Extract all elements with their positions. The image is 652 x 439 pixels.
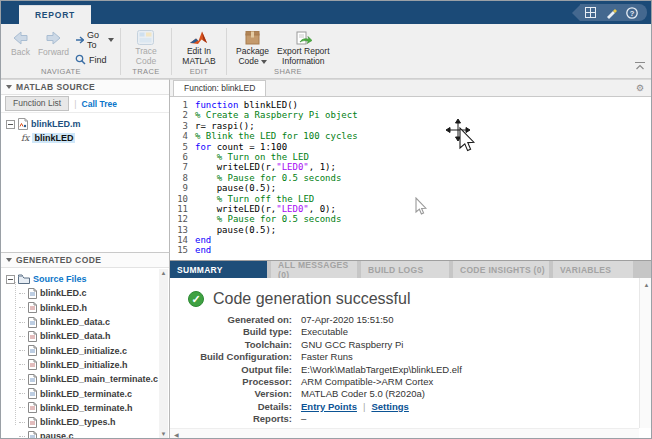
scroll-down-icon[interactable]: ▼ [161, 431, 167, 437]
code-line-text: % Turn on the LED [195, 152, 309, 162]
detail-value: 07-Apr-2020 15:51:50 [301, 314, 393, 326]
tree-connector [19, 307, 25, 308]
tab-report[interactable]: REPORT [19, 5, 91, 24]
tree-item-blinkled-m[interactable]: blinkLED.m [6, 117, 169, 131]
tree-connector [19, 379, 25, 380]
code-line: 9 pause(0.5); [170, 183, 652, 193]
svg-text:?: ? [630, 8, 635, 17]
generated-files-scrollbar[interactable]: ▲ ▼ [159, 269, 168, 438]
code-editor[interactable]: 1function blinkLED()2% Create a Raspberr… [170, 97, 652, 256]
code-line: 14end [170, 235, 652, 245]
tree-expander-icon[interactable] [6, 120, 15, 129]
report-tab-summary[interactable]: SUMMARY [170, 261, 267, 278]
generated-file-item[interactable]: blinkLED.c [19, 286, 169, 300]
generated-file-item[interactable]: blinkLED_initialize.h [19, 358, 169, 372]
detail-value: GNU GCC Raspberry Pi [301, 339, 403, 351]
generated-file-item[interactable]: blinkLED_terminate.c [19, 386, 169, 400]
summary-detail-row: Build Configuration:Faster Runs [170, 351, 652, 363]
generated-file-item[interactable]: pause.c [19, 429, 169, 439]
generated-file-item[interactable]: blinkLED_data.c [19, 315, 169, 329]
code-line-number: 15 [170, 245, 188, 255]
generated-file-item[interactable]: blinkLED_main_terminate.c [19, 372, 169, 386]
scroll-up-icon[interactable]: ▲ [161, 270, 167, 276]
code-line-text: % Create a Raspberry Pi object [195, 110, 358, 120]
code-line-number: 13 [170, 225, 188, 235]
tab-call-tree[interactable]: Call Tree [82, 99, 117, 109]
scroll-left-icon[interactable]: ◀ [174, 432, 179, 438]
detail-label: Processor: [170, 376, 292, 388]
summary-detail-row: Toolchain:GNU GCC Raspberry Pi [170, 339, 652, 351]
tree-item-label-selected: blinkLED [32, 133, 75, 143]
package-code-label: Package Code [236, 47, 269, 66]
generated-file-item[interactable]: blinkLED_initialize.c [19, 343, 169, 357]
generated-file-item[interactable]: blinkLED.h [19, 301, 169, 315]
generated-files-tree: Source Files blinkLED.cblinkLED.hblinkLE… [1, 268, 169, 439]
report-tab-variables[interactable]: VARIABLES [553, 261, 633, 278]
back-button[interactable]: Back [7, 28, 34, 60]
collapse-left-icon[interactable] [572, 5, 580, 21]
goto-button[interactable]: Go To [75, 30, 114, 50]
source-view-tabs: Function List | Call Tree [1, 95, 169, 113]
file-page-icon [28, 288, 37, 299]
detail-label: Reports: [170, 413, 292, 425]
matlab-logo-icon [189, 30, 208, 45]
trace-code-button[interactable]: Trace Code [131, 28, 160, 68]
code-line: 11 writeLED(r,"LED0", 0); [170, 204, 652, 214]
trace-code-label: Trace Code [135, 47, 156, 66]
summary-hscrollbar[interactable]: ◀ [170, 428, 639, 439]
help-icon[interactable]: ? [626, 7, 638, 19]
edit-in-matlab-button[interactable]: Edit In MATLAB [178, 28, 219, 68]
tab-function-blinkled[interactable]: Function: blinkLED [173, 80, 266, 96]
tab-function-list[interactable]: Function List [5, 96, 69, 111]
generated-file-item[interactable]: blinkLED_data.h [19, 329, 169, 343]
forward-label: Forward [38, 48, 69, 58]
annotate-icon[interactable] [605, 7, 617, 19]
matlab-source-header[interactable]: MATLAB SOURCE [1, 80, 169, 95]
tree-item-label: Source Files [33, 274, 87, 284]
code-line-number: 4 [170, 131, 188, 141]
gear-icon[interactable]: ⚙ [636, 83, 644, 93]
code-line: 10 % Turn off the LED [170, 194, 652, 204]
report-tab-all-messages[interactable]: ALL MESSAGES (0) [271, 261, 357, 278]
export-report-button[interactable]: Export Report Information [273, 28, 333, 68]
code-line-number: 8 [170, 173, 188, 183]
detail-label: Version: [170, 388, 292, 400]
code-line: 3r= raspi(); [170, 121, 652, 131]
code-tabbar: Function: blinkLED ⚙ [170, 80, 652, 97]
caret-down-icon [261, 60, 267, 64]
detail-link-settings[interactable]: Settings [371, 401, 408, 413]
find-button[interactable]: Find [75, 54, 114, 65]
layout-grid-icon[interactable] [584, 7, 596, 19]
summary-detail-row: Output file:E:\Work\MatlabTargetExp\blin… [170, 364, 652, 376]
report-tab-code-insights[interactable]: CODE INSIGHTS (0) [453, 261, 549, 278]
trace-code-icon [137, 30, 154, 45]
summary-vscrollbar[interactable]: ▲ [639, 278, 652, 428]
generated-file-item[interactable]: blinkLED_types.h [19, 415, 169, 429]
tree-guide-line [15, 282, 16, 425]
status-message: Code generation successful [213, 290, 410, 308]
file-name: blinkLED_initialize.c [40, 346, 127, 356]
section-label-trace: TRACE [122, 67, 170, 76]
matlab-source-title: MATLAB SOURCE [16, 82, 95, 92]
tree-item-source-files[interactable]: Source Files [6, 272, 169, 286]
forward-arrow-icon [45, 30, 63, 46]
tree-item-blinkled-fn[interactable]: fx blinkLED [21, 131, 169, 145]
collapse-ribbon-icon[interactable] [634, 56, 646, 74]
caret-down-icon [108, 38, 114, 42]
detail-link-entry-points[interactable]: Entry Points [301, 401, 357, 413]
report-tab-build-logs[interactable]: BUILD LOGS [361, 261, 449, 278]
detail-value: MATLAB Coder 5.0 (R2020a) [301, 388, 425, 400]
generated-file-item[interactable]: blinkLED_terminate.h [19, 401, 169, 415]
code-line: 15end [170, 245, 652, 255]
ribbon-toolbar: Back Forward Go To Find [1, 24, 652, 79]
scroll-up-icon[interactable]: ▲ [640, 282, 652, 288]
export-report-label: Export Report Information [277, 47, 329, 66]
tree-expander-icon[interactable] [6, 275, 15, 284]
file-page-icon [28, 345, 37, 356]
back-label: Back [11, 48, 30, 58]
ribbon-group-edit: Edit In MATLAB EDIT [173, 26, 225, 77]
generated-code-header[interactable]: GENERATED CODE [1, 253, 169, 268]
package-code-button[interactable]: Package Code [232, 28, 273, 68]
code-line-text: writeLED(r,"LED0", 0); [195, 204, 336, 214]
forward-button[interactable]: Forward [34, 28, 73, 60]
